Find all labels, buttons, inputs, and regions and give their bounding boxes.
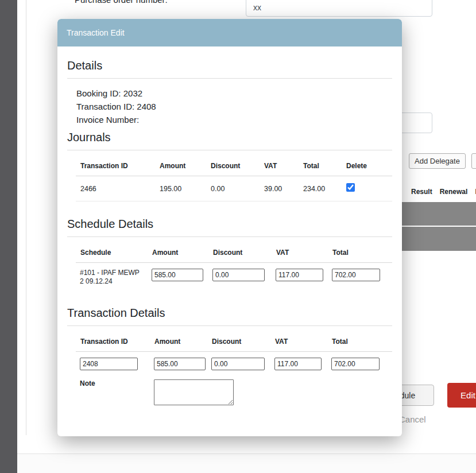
transaction-vat-input[interactable] <box>274 358 322 370</box>
transaction-header-row: Transaction ID Amount Discount VAT Total <box>76 338 392 352</box>
journal-vat: 39.00 <box>260 176 299 201</box>
schedule-header-row: Schedule Amount Discount VAT Total <box>76 249 392 263</box>
results-table-header-row: Result Renewal P <box>411 188 476 196</box>
journals-heading: Journals <box>67 131 392 150</box>
details-lines: Booking ID: 2032 Transaction ID: 2408 In… <box>76 87 392 126</box>
transaction-id-text: Transaction ID: 2408 <box>76 100 392 113</box>
journal-discount: 0.00 <box>206 176 260 201</box>
edit-button[interactable]: Edit <box>447 383 476 408</box>
background-table-row <box>396 202 476 226</box>
purchase-order-input[interactable] <box>246 0 432 17</box>
journals-header-delete: Delete <box>342 162 392 176</box>
results-header-renewal: Renewal <box>440 188 468 196</box>
schedule-name: #101 - IPAF MEWP 2 09.12.24 <box>76 263 148 290</box>
transaction-header-vat: VAT <box>270 338 327 352</box>
journals-header-transaction-id: Transaction ID <box>76 162 155 176</box>
transaction-details-table: Transaction ID Amount Discount VAT Total… <box>76 338 392 411</box>
journal-transaction-id: 2466 <box>76 176 155 201</box>
journal-amount: 195.00 <box>155 176 206 201</box>
transaction-id-input[interactable] <box>80 358 138 370</box>
add-delegate-button[interactable]: Add Delegate <box>409 153 466 169</box>
journals-header-row: Transaction ID Amount Discount VAT Total… <box>76 162 392 176</box>
transaction-header-discount: Discount <box>207 338 270 352</box>
transaction-details-heading: Transaction Details <box>67 307 392 326</box>
schedule-discount-input[interactable] <box>212 269 265 281</box>
transaction-header-transaction-id: Transaction ID <box>76 338 150 352</box>
schedule-vat-input[interactable] <box>276 269 323 281</box>
transaction-total-input[interactable] <box>331 358 380 370</box>
schedule-header-total: Total <box>328 249 392 263</box>
modal-header: Transaction Edit <box>57 19 402 46</box>
note-row: Note <box>76 374 392 411</box>
transaction-amount-input[interactable] <box>154 358 206 370</box>
cancel-button[interactable]: Cancel <box>399 414 426 424</box>
purchase-order-label: Purchase order number: <box>75 0 168 5</box>
schedule-details-table: Schedule Amount Discount VAT Total #101 … <box>76 249 392 289</box>
booking-id-text: Booking ID: 2032 <box>76 87 392 100</box>
bottom-strip <box>17 454 476 473</box>
transaction-edit-modal: Transaction Edit Details Booking ID: 203… <box>57 19 402 436</box>
journals-header-amount: Amount <box>155 162 206 176</box>
journals-header-total: Total <box>299 162 342 176</box>
journal-row: 2466 195.00 0.00 39.00 234.00 <box>76 176 392 201</box>
journals-header-discount: Discount <box>206 162 260 176</box>
schedule-header-schedule: Schedule <box>76 249 148 263</box>
results-header-result: Result <box>411 188 432 196</box>
invoice-number-text: Invoice Number: <box>76 113 392 126</box>
note-label: Note <box>76 374 150 411</box>
partial-button-cutoff[interactable] <box>471 153 476 169</box>
journals-header-vat: VAT <box>260 162 299 176</box>
journals-table: Transaction ID Amount Discount VAT Total… <box>76 162 392 201</box>
journal-total: 234.00 <box>299 176 342 201</box>
transaction-discount-input[interactable] <box>211 358 265 370</box>
background-table-row <box>396 227 476 251</box>
schedule-total-input[interactable] <box>332 269 380 281</box>
schedule-header-vat: VAT <box>272 249 328 263</box>
schedule-amount-input[interactable] <box>152 269 203 281</box>
note-textarea[interactable] <box>154 379 234 405</box>
content-card-border <box>26 0 26 435</box>
schedule-row: #101 - IPAF MEWP 2 09.12.24 <box>76 263 392 290</box>
transaction-header-total: Total <box>327 338 392 352</box>
left-sidebar <box>0 0 17 473</box>
transaction-header-amount: Amount <box>150 338 207 352</box>
details-heading: Details <box>67 59 392 79</box>
delete-checkbox[interactable] <box>346 183 355 192</box>
modal-body: Details Booking ID: 2032 Transaction ID:… <box>57 46 402 436</box>
schedule-details-heading: Schedule Details <box>67 218 392 237</box>
schedule-header-amount: Amount <box>148 249 208 263</box>
modal-title: Transaction Edit <box>67 28 125 37</box>
schedule-header-discount: Discount <box>208 249 272 263</box>
transaction-row <box>76 352 392 374</box>
